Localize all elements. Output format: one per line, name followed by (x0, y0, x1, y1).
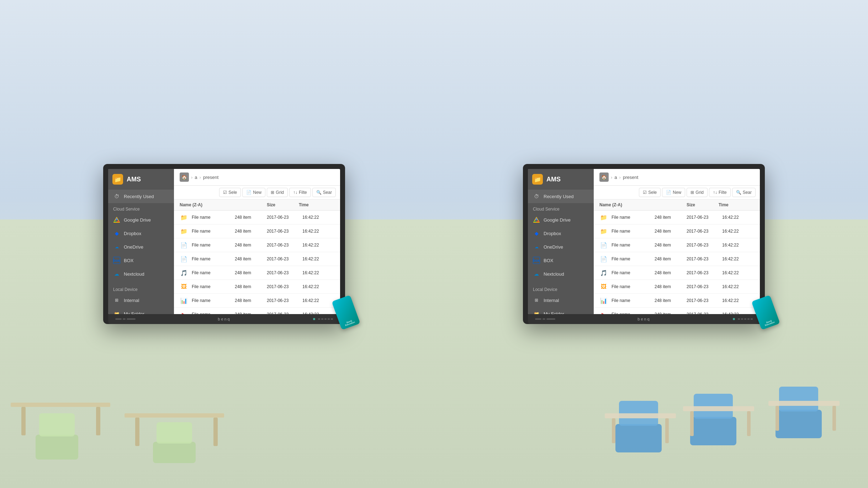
file-row[interactable]: 📄 File name 248 item 2017-06-23 16:42:22 (594, 252, 760, 266)
left-home-button[interactable]: 🏠 (180, 173, 189, 182)
left-myfolder-item[interactable]: 📁 My Folder (108, 307, 174, 314)
right-box-icon: box (533, 257, 540, 264)
file-name: File name (612, 229, 655, 234)
right-new-button[interactable]: 📄 New (662, 188, 685, 197)
right-box-label: BOX (544, 258, 553, 263)
file-time: 16:42:22 (302, 256, 334, 261)
file-size: 248 item (655, 312, 687, 314)
file-row[interactable]: 📊 File name 248 item 2017-06-23 16:42:22 (174, 294, 340, 308)
right-myfolder-label: My Folder (544, 311, 564, 314)
right-myfolder-item[interactable]: 📁 My Folder (528, 307, 594, 314)
right-grid-button[interactable]: ⊞ Grid (687, 188, 708, 197)
right-nextcloud-icon: ☁ (533, 270, 540, 277)
left-file-list-body: 📁 File name 248 item 2017-06-23 16:42:22… (174, 211, 340, 314)
file-time: 16:42:22 (722, 215, 754, 220)
left-internal-label: Internal (124, 298, 139, 303)
right-tv-led (733, 318, 735, 320)
left-tv: 📁 AMS ⏱ Recently Used Cloud Service Goog… (103, 164, 345, 324)
file-type-icon: 📄 (180, 255, 188, 263)
left-box-item[interactable]: box BOX (108, 254, 174, 267)
file-row[interactable]: 🖼 File name 248 item 2017-06-23 16:42:22 (174, 280, 340, 294)
left-ams-icon: 📁 (112, 174, 123, 185)
left-breadcrumb-present[interactable]: present (203, 175, 218, 180)
svg-rect-17 (683, 406, 754, 411)
left-breadcrumb-a[interactable]: a (195, 175, 197, 180)
right-filter-button[interactable]: ↑↓ Filte (709, 188, 731, 197)
file-row[interactable]: 📄 File name 248 item 2017-06-23 16:42:22 (594, 238, 760, 252)
file-time: 16:42:22 (722, 284, 754, 289)
left-tv-led (313, 318, 315, 320)
file-row[interactable]: 📁 File name 248 item 2017-06-23 16:42:22 (594, 211, 760, 224)
left-box-icon: box (113, 257, 120, 264)
right-tv-bottom-bar: benq (528, 314, 760, 324)
right-filter-icon: ↑↓ (713, 190, 717, 195)
right-dropbox-item[interactable]: ◆ Dropbox (528, 227, 594, 240)
right-filter-label: Filte (719, 190, 727, 195)
svg-rect-18 (690, 411, 694, 436)
svg-rect-5 (125, 413, 224, 418)
right-internal-item[interactable]: ⊞ Internal (528, 293, 594, 307)
left-nextcloud-item[interactable]: ☁ Nextcloud (108, 267, 174, 281)
file-name: File name (612, 256, 655, 261)
file-row[interactable]: 🎵 File name 248 item 2017-06-23 16:42:22 (594, 266, 760, 280)
left-tv-screen: 📁 AMS ⏱ Recently Used Cloud Service Goog… (108, 169, 340, 314)
right-nextcloud-item[interactable]: ☁ Nextcloud (528, 267, 594, 281)
right-select-checkbox-icon: ☑ (643, 190, 647, 195)
left-new-button[interactable]: 📄 New (242, 188, 265, 197)
right-google-drive-item[interactable]: Google Drive (528, 213, 594, 227)
right-dropbox-icon: ◆ (533, 230, 540, 237)
file-date: 2017-06-23 (687, 312, 722, 314)
right-select-button[interactable]: ☑ Sele (639, 188, 661, 197)
left-google-drive-label: Google Drive (124, 217, 151, 223)
left-panel: 📁 AMS ⏱ Recently Used Cloud Service Goog… (103, 164, 345, 324)
right-tv-brand: benq (637, 317, 650, 321)
right-sep1: › (611, 175, 612, 180)
file-size: 248 item (235, 270, 267, 275)
left-grid-icon: ⊞ (271, 190, 274, 195)
left-select-button[interactable]: ☑ Sele (219, 188, 241, 197)
file-row[interactable]: 📄 File name 248 item 2017-06-23 16:42:22 (174, 252, 340, 266)
left-google-drive-item[interactable]: Google Drive (108, 213, 174, 227)
file-row[interactable]: 📄 File name 248 item 2017-06-23 16:42:22 (174, 238, 340, 252)
file-name: File name (192, 284, 235, 289)
left-nextcloud-icon: ☁ (113, 270, 120, 277)
file-row[interactable]: 📁 File name 248 item 2017-06-23 16:42:22 (174, 211, 340, 224)
file-row[interactable]: 📊 File name 248 item 2017-06-23 16:42:22 (594, 294, 760, 308)
file-row[interactable]: 📁 File name 248 item 2017-06-23 16:42:22 (594, 224, 760, 238)
right-recently-used-item[interactable]: ⏱ Recently Used (528, 190, 594, 203)
right-onedrive-item[interactable]: ☁ OneDrive (528, 240, 594, 254)
right-ams-app: 📁 AMS ⏱ Recently Used Cloud Service Goog… (528, 169, 760, 314)
file-row[interactable]: 📁 File name 248 item 2017-06-23 16:42:22 (174, 224, 340, 238)
left-filter-button[interactable]: ↑↓ Filte (289, 188, 311, 197)
right-breadcrumb-a[interactable]: a (614, 175, 617, 180)
right-search-button[interactable]: 🔍 Sear (732, 188, 756, 197)
left-grid-button[interactable]: ⊞ Grid (267, 188, 288, 197)
file-name: File name (192, 243, 235, 248)
file-size: 248 item (235, 298, 267, 303)
file-row[interactable]: ▶ File name 248 item 2017-06-23 16:42:22 (174, 308, 340, 314)
file-name: File name (612, 298, 655, 303)
left-internal-item[interactable]: ⊞ Internal (108, 293, 174, 307)
file-size: 248 item (235, 284, 267, 289)
left-search-button[interactable]: 🔍 Sear (312, 188, 336, 197)
file-row[interactable]: 🎵 File name 248 item 2017-06-23 16:42:22 (174, 266, 340, 280)
left-onedrive-item[interactable]: ☁ OneDrive (108, 240, 174, 254)
right-home-button[interactable]: 🏠 (599, 173, 609, 182)
right-onedrive-icon: ☁ (533, 243, 540, 250)
left-dropbox-item[interactable]: ◆ Dropbox (108, 227, 174, 240)
file-date: 2017-06-23 (267, 270, 302, 275)
file-date: 2017-06-23 (267, 312, 302, 314)
svg-rect-0 (11, 403, 110, 407)
left-recently-used-item[interactable]: ⏱ Recently Used (108, 190, 174, 203)
file-row[interactable]: ▶ File name 248 item 2017-06-23 16:42:22 (594, 308, 760, 314)
svg-rect-27 (114, 221, 117, 222)
file-time: 16:42:22 (302, 298, 334, 303)
file-time: 16:42:22 (722, 243, 754, 248)
file-time: 16:42:22 (722, 256, 754, 261)
svg-rect-2 (96, 407, 100, 435)
right-box-item[interactable]: box BOX (528, 254, 594, 267)
right-breadcrumb-present[interactable]: present (623, 175, 638, 180)
svg-rect-10 (615, 424, 662, 452)
file-row[interactable]: 🖼 File name 248 item 2017-06-23 16:42:22 (594, 280, 760, 294)
left-search-label: Sear (323, 190, 332, 195)
